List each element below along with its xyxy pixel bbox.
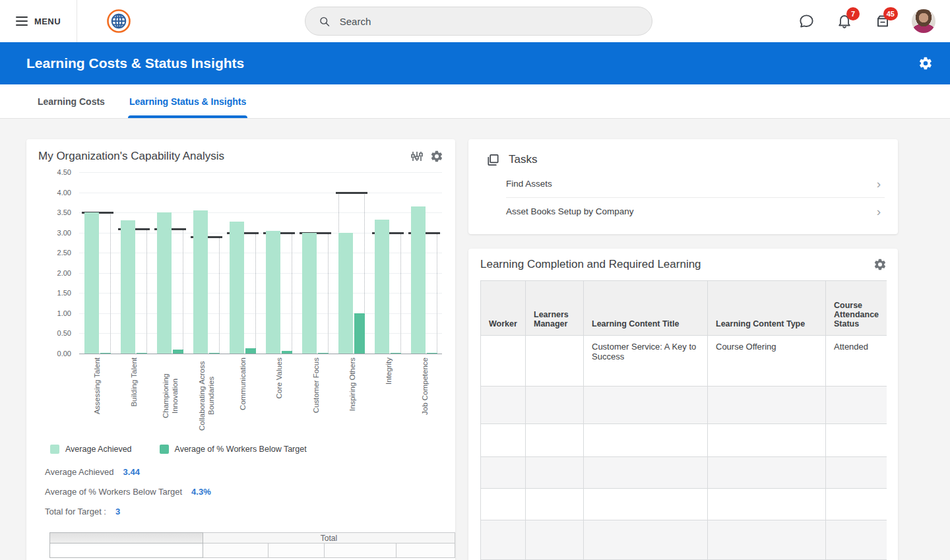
tab-bar: Learning CostsLearning Status & Insights	[0, 84, 950, 119]
bar-average-achieved	[338, 233, 353, 354]
bar-workers-below-target	[137, 353, 147, 354]
column-header[interactable]: Learners Manager	[526, 281, 584, 336]
table-cell[interactable]	[826, 520, 887, 560]
bar-groups	[79, 172, 442, 354]
legend-swatch	[160, 445, 169, 454]
learning-completion-card: Learning Completion and Required Learnin…	[468, 249, 898, 560]
table-cell[interactable]	[481, 520, 526, 560]
table-cell[interactable]	[481, 489, 526, 520]
table-cell[interactable]	[584, 387, 708, 424]
table-cell[interactable]	[526, 387, 584, 424]
table-cell[interactable]	[481, 457, 526, 489]
inbox-button[interactable]: 45	[873, 12, 892, 30]
table-row	[481, 457, 887, 489]
table-cell[interactable]	[526, 424, 584, 457]
y-axis-tick-label: 3.00	[41, 229, 71, 237]
bar-group	[152, 172, 188, 354]
chart-legend: Average AchievedAverage of % Workers Bel…	[50, 445, 443, 454]
summary-table-row-header-cell	[49, 544, 203, 558]
table-cell[interactable]	[708, 489, 826, 520]
table-cell[interactable]	[584, 457, 708, 489]
table-cell[interactable]: Customer Service: A Key to Success	[584, 336, 708, 387]
bar-group	[115, 172, 152, 354]
column-header[interactable]: Learning Content Title	[584, 281, 708, 336]
table-cell[interactable]	[481, 336, 526, 387]
table-cell[interactable]	[826, 424, 887, 457]
bar-average-achieved	[193, 210, 208, 354]
task-item-asset-books-setup-by-company[interactable]: Asset Books Setup by Company›	[506, 197, 885, 225]
bar-workers-below-target	[100, 353, 111, 354]
table-cell[interactable]	[826, 489, 887, 520]
chart-sliders-icon[interactable]	[410, 150, 424, 163]
search-input[interactable]	[340, 16, 639, 27]
bar-workers-below-target	[391, 353, 401, 354]
table-cell[interactable]: Course Offering	[708, 336, 826, 387]
bar-average-achieved	[375, 220, 389, 354]
y-axis-tick-label: 3.50	[41, 208, 71, 216]
bar-group	[406, 172, 442, 354]
column-header[interactable]: Worker	[481, 281, 526, 336]
inbox-badge: 45	[883, 7, 898, 20]
table-cell[interactable]: Attended	[826, 336, 887, 387]
bar-average-achieved	[157, 212, 172, 354]
x-axis-label: Collaborating Across Boundaries	[189, 358, 225, 435]
capability-summary-table: Total	[49, 532, 455, 558]
gridline	[79, 354, 442, 354]
capability-card-title: My Organization's Capability Analysis	[38, 150, 224, 163]
table-row	[481, 424, 887, 457]
table-cell[interactable]	[481, 387, 526, 424]
bar-workers-below-target	[282, 351, 292, 354]
summary-table-total-header: Total	[203, 532, 455, 544]
bar-workers-below-target	[354, 313, 365, 354]
legend-swatch	[50, 445, 59, 454]
notifications-button[interactable]: 7	[835, 12, 854, 30]
search-bar[interactable]	[305, 7, 652, 36]
content-area: My Organization's Capability Analysis 4.…	[0, 119, 950, 560]
y-axis-tick-label: 4.50	[41, 168, 71, 176]
table-cell[interactable]	[526, 489, 584, 520]
table-cell[interactable]	[708, 387, 826, 424]
globe-logo-icon	[106, 9, 131, 34]
stat-row: Total for Target :3	[45, 507, 443, 516]
table-cell[interactable]	[826, 387, 887, 424]
app-logo[interactable]	[77, 9, 160, 34]
capability-analysis-card: My Organization's Capability Analysis 4.…	[26, 139, 455, 560]
bar-workers-below-target	[245, 348, 256, 354]
table-cell[interactable]	[526, 520, 584, 560]
table-cell[interactable]	[708, 520, 826, 560]
profile-avatar[interactable]	[912, 9, 935, 33]
chart-settings-gear-icon[interactable]	[430, 150, 443, 163]
bar-average-achieved	[84, 212, 99, 354]
learning-table-container[interactable]: WorkerLearners ManagerLearning Content T…	[480, 280, 887, 560]
menu-button[interactable]: MENU	[0, 0, 77, 42]
tab-learning-costs[interactable]: Learning Costs	[38, 84, 105, 118]
right-column: Tasks Find Assets›Asset Books Setup by C…	[468, 139, 898, 560]
table-cell[interactable]	[708, 457, 826, 489]
capability-bar-chart: 4.504.003.503.002.502.001.501.000.500.00…	[38, 172, 443, 435]
table-cell[interactable]	[526, 457, 584, 489]
x-axis-label: Customer Focus	[298, 358, 334, 435]
chart-plot: 4.504.003.503.002.502.001.501.000.500.00	[79, 172, 442, 354]
table-cell[interactable]	[481, 424, 526, 457]
column-header[interactable]: Course Attendance Status	[826, 281, 887, 336]
chat-button[interactable]	[797, 12, 815, 30]
tasks-icon	[486, 152, 501, 168]
table-cell[interactable]	[584, 520, 708, 560]
table-row	[481, 387, 887, 424]
bar-group	[188, 172, 224, 354]
table-cell[interactable]	[708, 424, 826, 457]
table-cell[interactable]	[584, 424, 708, 457]
bar-workers-below-target	[318, 353, 329, 354]
task-item-find-assets[interactable]: Find Assets›	[506, 170, 885, 197]
menu-label: MENU	[34, 16, 61, 26]
table-cell[interactable]	[526, 336, 584, 387]
bar-workers-below-target	[427, 353, 437, 354]
table-cell[interactable]	[826, 457, 887, 489]
page-settings-gear-icon[interactable]	[918, 56, 933, 71]
learning-table: WorkerLearners ManagerLearning Content T…	[480, 280, 887, 560]
tab-learning-status-insights[interactable]: Learning Status & Insights	[129, 84, 246, 118]
table-cell[interactable]	[584, 489, 708, 520]
learning-settings-gear-icon[interactable]	[873, 258, 887, 271]
column-header[interactable]: Learning Content Type	[708, 281, 826, 336]
bar-group	[369, 172, 406, 354]
